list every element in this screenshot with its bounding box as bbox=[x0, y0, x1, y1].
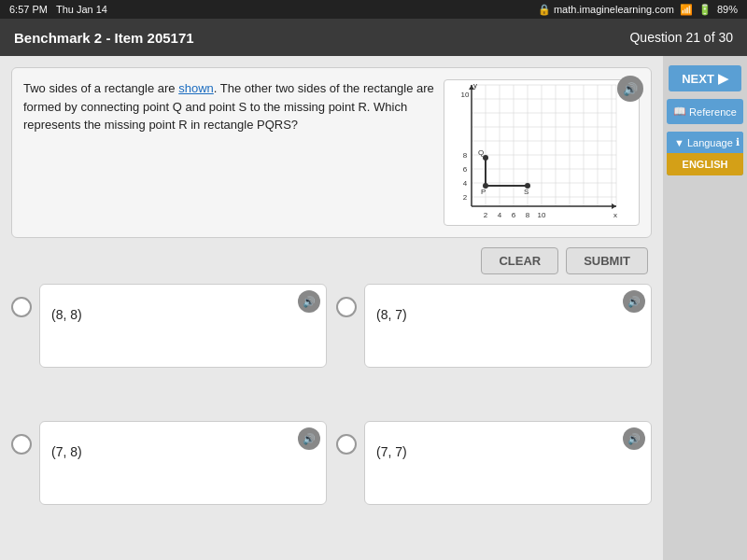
header: Benchmark 2 - Item 205171 Question 21 of… bbox=[0, 19, 747, 56]
choice-box-a[interactable]: 🔊 (8, 8) bbox=[39, 284, 327, 368]
svg-text:4: 4 bbox=[498, 211, 502, 219]
main-container: Two sides of a rectangle are shown. The … bbox=[0, 56, 747, 560]
choice-box-c[interactable]: 🔊 (7, 8) bbox=[39, 421, 327, 505]
choice-label-d: (7, 7) bbox=[376, 444, 640, 459]
choice-label-a: (8, 8) bbox=[51, 307, 315, 322]
choice-speaker-c[interactable]: 🔊 bbox=[298, 427, 320, 450]
svg-text:8: 8 bbox=[526, 211, 530, 219]
next-arrow-icon: ▶ bbox=[718, 71, 728, 86]
choice-label-b: (8, 7) bbox=[376, 307, 640, 322]
next-label: NEXT bbox=[682, 72, 714, 86]
svg-text:P: P bbox=[481, 188, 486, 196]
choice-label-c: (7, 8) bbox=[51, 444, 315, 459]
coordinate-graph: 2 4 6 8 10 x 2 4 6 8 10 y bbox=[453, 80, 630, 225]
choice-radio-b[interactable] bbox=[336, 297, 357, 317]
svg-text:y: y bbox=[473, 81, 477, 90]
question-counter: Question 21 of 30 bbox=[629, 30, 733, 45]
language-header[interactable]: ▼ Language ℹ bbox=[667, 132, 743, 153]
english-button[interactable]: ENGLISH bbox=[667, 153, 743, 175]
choice-radio-a[interactable] bbox=[11, 297, 32, 317]
choice-speaker-d[interactable]: 🔊 bbox=[623, 427, 645, 450]
reference-label: Reference bbox=[689, 106, 737, 118]
choice-radio-d[interactable] bbox=[336, 434, 357, 455]
wifi-icon: 📶 bbox=[680, 4, 693, 16]
choice-item-d: 🔊 (7, 7) bbox=[336, 421, 652, 549]
action-buttons: CLEAR SUBMIT bbox=[11, 247, 652, 274]
svg-rect-0 bbox=[472, 85, 616, 206]
choice-item-a: 🔊 (8, 8) bbox=[11, 284, 327, 412]
choice-item-b: 🔊 (8, 7) bbox=[336, 284, 652, 412]
choice-box-d[interactable]: 🔊 (7, 7) bbox=[364, 421, 652, 505]
choices-grid: 🔊 (8, 8) 🔊 (8, 7) 🔊 (7, 8) bbox=[11, 284, 652, 549]
svg-text:x: x bbox=[613, 211, 617, 219]
book-icon: 📖 bbox=[673, 105, 686, 118]
submit-button[interactable]: SUBMIT bbox=[566, 247, 648, 274]
info-icon: ℹ bbox=[736, 136, 740, 148]
question-area: Two sides of a rectangle are shown. The … bbox=[11, 67, 652, 238]
shown-link[interactable]: shown bbox=[178, 81, 214, 95]
svg-text:10: 10 bbox=[461, 91, 470, 99]
next-button[interactable]: NEXT ▶ bbox=[669, 65, 741, 91]
svg-text:10: 10 bbox=[538, 211, 546, 219]
url-display: 🔒 math.imaginelearning.com bbox=[538, 4, 674, 16]
choice-speaker-a[interactable]: 🔊 bbox=[298, 290, 320, 313]
svg-text:2: 2 bbox=[463, 193, 468, 202]
choice-radio-c[interactable] bbox=[11, 434, 32, 455]
svg-text:8: 8 bbox=[463, 151, 468, 160]
header-right: Question 21 of 30 bbox=[629, 30, 733, 45]
benchmark-title: Benchmark 2 - Item 205171 bbox=[14, 30, 194, 46]
battery-level: 89% bbox=[717, 4, 738, 15]
svg-text:6: 6 bbox=[512, 211, 516, 219]
svg-text:2: 2 bbox=[484, 211, 488, 219]
status-right: 🔒 math.imaginelearning.com 📶 🔋 89% bbox=[538, 4, 738, 16]
svg-text:4: 4 bbox=[463, 179, 468, 188]
reference-button[interactable]: 📖 Reference bbox=[667, 99, 743, 124]
clear-button[interactable]: CLEAR bbox=[481, 247, 558, 274]
question-speaker-button[interactable]: 🔊 bbox=[617, 76, 643, 102]
language-section: ▼ Language ℹ ENGLISH bbox=[667, 132, 743, 175]
graph-area: 2 4 6 8 10 x 2 4 6 8 10 y bbox=[444, 79, 640, 226]
language-label: Language bbox=[687, 137, 733, 148]
question-text: Two sides of a rectangle are shown. The … bbox=[23, 79, 434, 226]
battery-icon: 🔋 bbox=[698, 4, 712, 16]
content-area: Two sides of a rectangle are shown. The … bbox=[0, 56, 663, 560]
chevron-down-icon: ▼ bbox=[674, 137, 684, 148]
status-time: 6:57 PM Thu Jan 14 bbox=[9, 4, 107, 15]
svg-text:Q: Q bbox=[478, 148, 484, 157]
sidebar: NEXT ▶ 📖 Reference ▼ Language ℹ ENGLISH bbox=[663, 56, 747, 560]
svg-text:S: S bbox=[524, 188, 529, 196]
svg-text:6: 6 bbox=[463, 165, 468, 174]
choice-box-b[interactable]: 🔊 (8, 7) bbox=[364, 284, 652, 368]
choice-item-c: 🔊 (7, 8) bbox=[11, 421, 327, 549]
choice-speaker-b[interactable]: 🔊 bbox=[623, 290, 645, 313]
status-bar: 6:57 PM Thu Jan 14 🔒 math.imaginelearnin… bbox=[0, 0, 747, 19]
